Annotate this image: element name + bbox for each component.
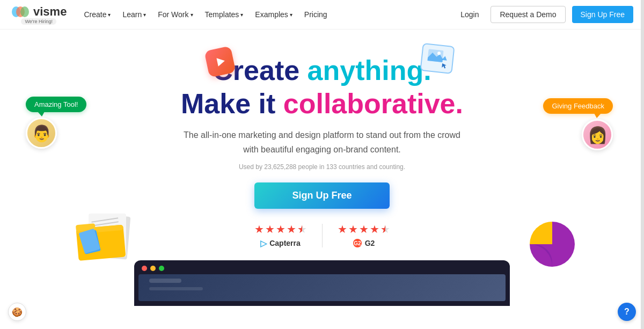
users-count: Used by 23,625,288 people in 133 countri… <box>11 163 633 171</box>
capterra-logo: ▷ Capterra <box>260 238 301 248</box>
feedback-callout: Giving Feedback <box>543 98 613 114</box>
nav-actions: Login Request a Demo Sign Up Free <box>455 6 633 23</box>
chevron-down-icon: ▾ <box>240 12 243 18</box>
nav-examples[interactable]: Examples ▾ <box>250 7 297 22</box>
nav-for-work[interactable]: For Work ▾ <box>152 7 198 22</box>
g2-logo: G2 G2 <box>353 238 375 248</box>
cookie-icon: 🍪 <box>12 307 23 317</box>
hero-subtitle-1: The all-in-one marketing and design plat… <box>11 128 633 142</box>
folder-svg <box>70 204 148 266</box>
folder-illustration <box>70 204 148 268</box>
nav-menu: Create ▾ Learn ▾ For Work ▾ Templates ▾ … <box>78 7 332 22</box>
nav-create[interactable]: Create ▾ <box>78 7 116 22</box>
nav-pricing[interactable]: Pricing <box>299 7 333 22</box>
cookie-button[interactable]: 🍪 <box>8 303 26 321</box>
nav-templates[interactable]: Templates ▾ <box>200 7 249 22</box>
window-dot-green <box>159 266 164 271</box>
question-mark-icon: ? <box>624 307 630 317</box>
amazing-tool-bubble: Amazing Tool! 👨 <box>26 97 86 149</box>
pie-illustration <box>528 220 577 271</box>
logo[interactable]: visme We're Hiring! <box>11 4 67 25</box>
window-dot-yellow <box>150 266 156 271</box>
svg-marker-7 <box>442 63 447 69</box>
capterra-stars: ★★★★ ★ ★ <box>254 223 307 236</box>
svg-point-2 <box>20 6 29 17</box>
image-card-icon <box>426 48 449 69</box>
image-icon-float <box>420 43 455 74</box>
g2-rating: ★★★★ ★ ★ G2 G2 <box>338 223 390 248</box>
chevron-down-icon: ▾ <box>290 12 292 18</box>
chevron-down-icon: ▾ <box>108 12 111 18</box>
hiring-badge: We're Hiring! <box>21 18 56 25</box>
chevron-down-icon: ▾ <box>143 12 146 18</box>
g2-stars: ★★★★ ★ ★ <box>338 223 390 236</box>
g2-logo-icon: G2 <box>353 238 362 248</box>
signup-nav-button[interactable]: Sign Up Free <box>572 6 633 23</box>
visme-logo-icon <box>11 4 30 19</box>
giving-feedback-bubble: Giving Feedback 👩 <box>543 98 613 150</box>
hero-title: Create anything. Make it collaborative. <box>11 54 633 121</box>
svg-text:G2: G2 <box>354 240 361 246</box>
pie-svg <box>528 220 577 269</box>
login-button[interactable]: Login <box>455 7 484 22</box>
navbar: visme We're Hiring! Create ▾ Learn ▾ For… <box>0 0 644 30</box>
play-icon-float <box>204 46 236 77</box>
ratings-divider <box>322 224 323 247</box>
nav-learn[interactable]: Learn ▾ <box>117 7 151 22</box>
logo-text: visme <box>33 5 67 19</box>
demo-button[interactable]: Request a Demo <box>491 6 565 23</box>
hero-section: Amazing Tool! 👨 Giving Feedback 👩 Create… <box>0 30 644 298</box>
preview-window <box>134 260 510 306</box>
hero-subtitle-2: with beautiful engaging on-brand content… <box>11 143 633 157</box>
window-dot-red <box>142 266 147 271</box>
help-button[interactable]: ? <box>618 303 636 321</box>
chevron-down-icon: ▾ <box>191 12 193 18</box>
play-triangle-icon <box>216 56 225 67</box>
capterra-rating: ★★★★ ★ ★ ▷ Capterra <box>254 223 307 248</box>
avatar-left: 👨 <box>26 118 57 149</box>
avatar-right: 👩 <box>582 119 613 150</box>
bubble-callout: Amazing Tool! <box>26 97 86 112</box>
signup-cta-button[interactable]: Sign Up Free <box>254 182 389 209</box>
